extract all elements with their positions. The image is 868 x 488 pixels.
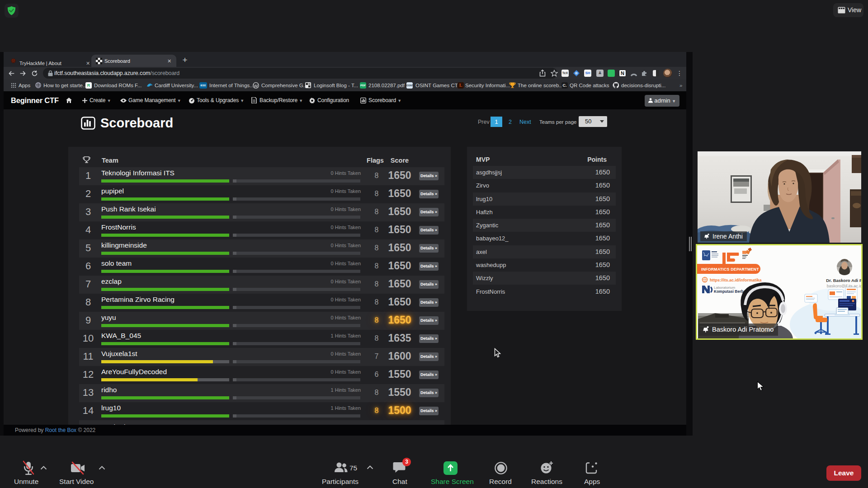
- svg-text:INFORMATICS DEPARTMENT: INFORMATICS DEPARTMENT: [701, 267, 759, 272]
- svg-text:baskoro@if.its.ac.id: baskoro@if.its.ac.id: [827, 284, 861, 288]
- svg-text:Dr. Baskoro Adi P.: Dr. Baskoro Adi P.: [826, 278, 861, 283]
- svg-text:https://its.ac.id/informatika: https://its.ac.id/informatika: [710, 278, 762, 282]
